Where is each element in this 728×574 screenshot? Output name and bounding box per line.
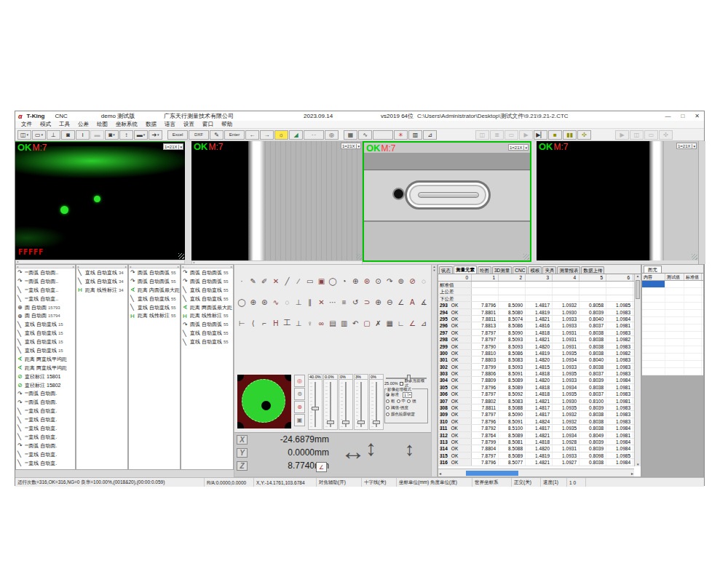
- arrow-fwd-button[interactable]: ➔▾: [149, 130, 162, 140]
- ring-light-button[interactable]: ◎: [294, 375, 305, 387]
- measure-tool-icon[interactable]: 工: [282, 318, 293, 328]
- element-row[interactable]: [642, 310, 703, 317]
- resize-grip[interactable]: [523, 254, 529, 260]
- element-item[interactable]: ╲***直线自动直.: [16, 415, 75, 424]
- menu-item-绘图[interactable]: 绘图: [97, 121, 108, 128]
- save-button[interactable]: ◫▾: [17, 130, 31, 140]
- table-row[interactable]: 300OK7.88108.50861.48191.09350.80381.098…: [438, 350, 641, 356]
- element-item[interactable]: ╲***直线自动直.: [16, 424, 75, 433]
- measure-tool-icon[interactable]: ∠: [396, 297, 406, 307]
- excel-button[interactable]: Excel: [167, 130, 188, 140]
- measure-tool-icon[interactable]: A: [407, 297, 417, 307]
- element-row[interactable]: [642, 332, 703, 339]
- grid-light-button[interactable]: ▣: [294, 414, 305, 426]
- menu-item-语言[interactable]: 语言: [165, 121, 175, 128]
- measure-tool-icon[interactable]: ▥: [339, 318, 349, 328]
- measure-tool-icon[interactable]: ⟨: [248, 318, 258, 328]
- element-item[interactable]: ↷圆弧自动圆弧55: [181, 277, 233, 286]
- element-item[interactable]: ↷***圆弧自动圆.: [16, 389, 75, 398]
- light-channel-slider[interactable]: 0.0%: [323, 374, 338, 430]
- camera-view-2[interactable]: OK M:7 1=21X▾: [191, 141, 363, 260]
- zoom-level-dropdown[interactable]: 1=21X▾: [163, 143, 183, 150]
- tab-测量报表[interactable]: 测量报表: [557, 266, 580, 274]
- updown-button[interactable]: ↕: [119, 130, 133, 140]
- measure-tool-icon[interactable]: ⊘: [407, 276, 417, 286]
- element-row[interactable]: [642, 281, 703, 288]
- element-item[interactable]: ╲***直线自动直.: [16, 450, 75, 459]
- pause-button[interactable]: ▮▮: [563, 130, 577, 140]
- camera-view-4[interactable]: OK M:7 1=21X▾: [537, 141, 698, 260]
- trend-chart-button[interactable]: ∠: [316, 462, 327, 472]
- camera-view-3-selected[interactable]: OK M:7 1=21X▾: [363, 141, 531, 262]
- tab-绘图[interactable]: 绘图: [478, 266, 491, 274]
- table-row[interactable]: 302OK7.87998.50931.48151.09330.80381.098…: [438, 364, 641, 370]
- element-item[interactable]: ╲***直线自动直..: [16, 295, 75, 303]
- star-button[interactable]: ✳: [394, 130, 408, 140]
- stop-button[interactable]: ■: [548, 130, 562, 140]
- measure-tool-icon[interactable]: ⊖: [384, 297, 395, 307]
- table-row[interactable]: 305OK7.87968.50891.48181.09340.80381.098…: [438, 384, 641, 391]
- tool-button[interactable]: ✣: [577, 130, 591, 140]
- element-row[interactable]: [642, 317, 703, 324]
- probe-button[interactable]: ◙: [61, 130, 75, 140]
- maximize-button[interactable]: □: [681, 113, 684, 119]
- table-row[interactable]: 301OK7.88038.50831.48201.09340.80401.098…: [438, 356, 641, 363]
- measure-tool-icon[interactable]: ⊕: [373, 297, 384, 307]
- tab-element[interactable]: 图元: [644, 266, 662, 273]
- measure-tool-icon[interactable]: ▢: [362, 318, 372, 328]
- image-button[interactable]: ◢: [289, 130, 303, 140]
- element-row[interactable]: [642, 339, 703, 346]
- element-item[interactable]: ∢距离两圆弧最大距: [181, 303, 233, 312]
- element-item[interactable]: ⊘直径标注15801: [16, 372, 75, 381]
- element-item[interactable]: Η距离线性标注34: [76, 286, 127, 295]
- measure-tool-icon[interactable]: ∡: [419, 297, 429, 307]
- measure-tool-icon[interactable]: ∿: [271, 297, 281, 307]
- menu-item-坐标系统[interactable]: 坐标系统: [116, 121, 138, 128]
- table-row[interactable]: 313OK7.87998.50811.48181.09280.80391.098…: [438, 439, 641, 445]
- measure-tool-icon[interactable]: ╱: [282, 276, 293, 286]
- dxf-button[interactable]: DXF: [189, 130, 209, 140]
- tab-夹具[interactable]: 夹具: [542, 266, 556, 274]
- measure-tool-icon[interactable]: ▣: [316, 276, 326, 286]
- element-item[interactable]: Η距离线性标注55: [129, 311, 180, 320]
- table-vertical-scrollbar[interactable]: ▲▼: [634, 274, 641, 466]
- slider-thumb[interactable]: [312, 407, 319, 410]
- measure-tool-icon[interactable]: ↺: [350, 297, 360, 307]
- ibeam-button[interactable]: I: [76, 130, 90, 140]
- tab-CNC[interactable]: CNC: [513, 266, 527, 274]
- element-row[interactable]: [642, 324, 703, 332]
- measure-tool-icon[interactable]: ∕: [293, 276, 304, 286]
- measure-tool-icon[interactable]: ⊢: [237, 318, 247, 328]
- measure-tool-icon[interactable]: ⊕: [350, 276, 360, 286]
- element-item[interactable]: ↷圆弧自动圆弧55: [181, 268, 233, 277]
- element-item[interactable]: ╲直线自动直线15: [16, 346, 75, 355]
- measure-tool-icon[interactable]: ↷: [384, 276, 395, 286]
- element-item[interactable]: ∢距离内圆弧最大距: [129, 286, 180, 295]
- arrow-right-button[interactable]: →: [260, 130, 274, 140]
- tab-状态[interactable]: 状态: [439, 266, 453, 274]
- scroll-right-icon[interactable]: ▸: [631, 471, 633, 476]
- measure-tool-icon[interactable]: ✕: [271, 276, 281, 286]
- measure-tool-icon[interactable]: ⊛: [362, 276, 372, 286]
- table-row[interactable]: 306OK7.87978.50921.48181.09350.80371.098…: [438, 391, 641, 397]
- menu-item-数据[interactable]: 数据: [146, 121, 157, 128]
- element-row[interactable]: [642, 368, 703, 375]
- minimize-button[interactable]: —: [665, 113, 670, 119]
- light-channel-slider[interactable]: 0%: [369, 374, 384, 430]
- measure-tool-icon[interactable]: ♀: [305, 318, 315, 328]
- arrow-left-button[interactable]: ←: [245, 130, 259, 140]
- element-item[interactable]: ∢距离两直线平均距: [16, 364, 75, 372]
- measure-tool-icon[interactable]: ↶: [350, 318, 360, 328]
- element-item[interactable]: ↷***圆弧自动圆.: [16, 442, 75, 450]
- radio-icon[interactable]: [397, 399, 400, 403]
- jog-vertical-icon[interactable]: ↕: [365, 436, 376, 461]
- measure-tool-icon[interactable]: ∥: [305, 297, 315, 307]
- zoom-level-dropdown[interactable]: 1=21X▾: [341, 143, 361, 149]
- measure-tool-icon[interactable]: ◌: [282, 297, 293, 307]
- pen-button[interactable]: ✎: [210, 130, 223, 140]
- element-item[interactable]: ╲***直线自动直.: [16, 459, 75, 468]
- light-channel-slider[interactable]: 3%: [354, 374, 368, 430]
- element-row[interactable]: [642, 354, 703, 361]
- zoom-level-dropdown[interactable]: 1=21X▾: [676, 143, 697, 149]
- measure-tool-icon[interactable]: ◯: [237, 297, 247, 307]
